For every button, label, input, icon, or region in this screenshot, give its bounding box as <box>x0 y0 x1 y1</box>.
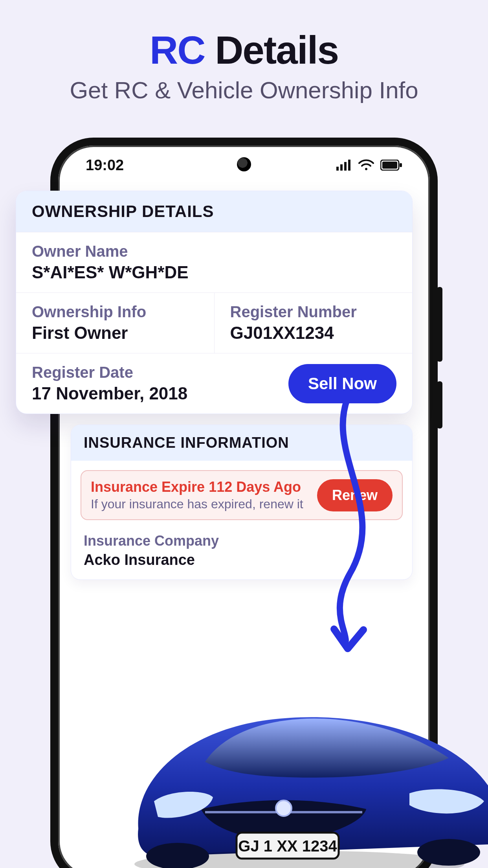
svg-rect-3 <box>348 160 350 171</box>
insurance-alert-title: Insurance Expire 112 Days Ago <box>91 479 303 495</box>
register-date-value: 17 November, 2018 <box>32 384 187 403</box>
register-date-label: Register Date <box>32 364 187 381</box>
sell-now-button[interactable]: Sell Now <box>288 364 396 403</box>
register-number-value: GJ01XX1234 <box>230 323 397 343</box>
cellular-icon <box>336 160 352 171</box>
ownership-info-value: First Owner <box>32 323 198 343</box>
svg-rect-5 <box>382 162 397 169</box>
svg-rect-2 <box>344 162 347 171</box>
status-time: 19:02 <box>86 157 124 174</box>
ownership-title: OWNERSHIP DETAILS <box>16 191 412 232</box>
register-date-cell: Register Date 17 November, 2018 <box>32 364 187 403</box>
owner-name-row: Owner Name S*AI*ES* W*GH*DE <box>16 232 412 292</box>
page-title-accent: RC <box>150 28 205 72</box>
register-number-cell: Register Number GJ01XX1234 <box>214 293 413 353</box>
page-subtitle: Get RC & Vehicle Ownership Info <box>0 77 488 104</box>
page-title-rest: Details <box>205 28 338 72</box>
ownership-card: OWNERSHIP DETAILS Owner Name S*AI*ES* W*… <box>16 191 413 414</box>
renew-button[interactable]: Renew <box>317 479 393 511</box>
register-number-label: Register Number <box>230 303 397 321</box>
insurance-card: INSURANCE INFORMATION Insurance Expire 1… <box>71 425 413 580</box>
battery-icon <box>380 160 402 171</box>
svg-rect-1 <box>340 164 343 171</box>
status-bar: 19:02 <box>58 153 430 177</box>
svg-rect-6 <box>400 163 402 167</box>
status-icons <box>336 159 402 171</box>
insurance-alert-sub: If your insurance has expired, renew it <box>91 497 303 511</box>
owner-name-label: Owner Name <box>32 243 396 260</box>
ownership-info-label: Ownership Info <box>32 303 198 321</box>
page-title: RC Details <box>0 28 488 73</box>
insurance-company-value: Acko Insurance <box>84 552 400 568</box>
owner-name-value: S*AI*ES* W*GH*DE <box>32 263 396 282</box>
insurance-alert: Insurance Expire 112 Days Ago If your in… <box>81 470 403 520</box>
ownership-info-cell: Ownership Info First Owner <box>16 293 214 353</box>
svg-rect-0 <box>336 167 339 171</box>
wifi-icon <box>358 159 374 171</box>
insurance-company-label: Insurance Company <box>84 533 400 549</box>
insurance-title: INSURANCE INFORMATION <box>71 425 412 461</box>
